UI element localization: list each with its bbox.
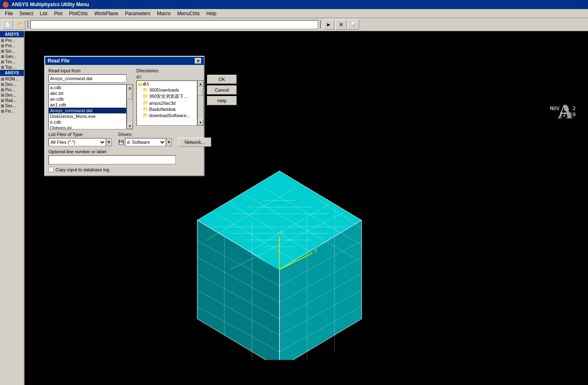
dir-downloadsoftware[interactable]: 📁 downloadSoftware...: [137, 112, 197, 118]
copy-input-label: Copy input to database log: [55, 167, 109, 172]
sidebar-item-top[interactable]: ⊞ Top...: [0, 65, 24, 70]
dir-360downloads[interactable]: 📁 360Downloads: [137, 87, 197, 93]
sidebar-item-sol[interactable]: ⊞ Sol...: [0, 48, 24, 54]
drives-select-row: 💾 d: Software ▼: [118, 138, 172, 146]
scroll-thumb[interactable]: [127, 91, 132, 99]
list-files-select[interactable]: All Files (*.*): [48, 138, 106, 146]
directories-label: Directories:: [136, 68, 204, 73]
list-files-label: List Files of Type:: [48, 132, 112, 137]
datetime-display: NOV 15 2 22:59: [550, 105, 576, 118]
file-list-wrapper: a.cdb abc.txt an.cdb an1.cdb Ansys_comma…: [48, 84, 133, 129]
drives-dropdown-btn[interactable]: ▼: [166, 138, 172, 146]
dialog-mid-col: Directories: d:\ 🖴 d:\ 📁: [136, 68, 204, 129]
list-files-section: List Files of Type: All Files (*.*) ▼: [48, 132, 112, 147]
title-bar: 🔴 ANSYS Multiphysics Utility Menu: [0, 0, 588, 9]
cancel-button[interactable]: Cancel: [207, 85, 237, 95]
menu-plotctrls[interactable]: PlotCtrls: [66, 10, 91, 17]
sidebar-label-2: ANSYS: [0, 70, 24, 76]
dir-scroll-up[interactable]: ▲: [198, 81, 203, 87]
dialog-buttons-col: OK Cancel Help: [207, 75, 237, 129]
ok-button[interactable]: OK: [207, 75, 237, 84]
dialog-bottom-row: List Files of Type: All Files (*.*) ▼ Dr…: [48, 132, 201, 147]
drives-select[interactable]: d: Software: [125, 138, 166, 146]
toolbar-separator: [28, 21, 28, 29]
read-input-label: Read input from: [48, 68, 133, 73]
menu-workplane[interactable]: WorkPlane: [91, 10, 121, 17]
sidebar-item-pre1[interactable]: ⊞ Pre...: [0, 38, 24, 43]
menu-menuctrls[interactable]: MenuCtrls: [174, 10, 203, 17]
file-item-abctxt[interactable]: abc.txt: [49, 90, 126, 96]
dir-tree-wrapper: 🖴 d:\ 📁 360Downloads 📁 360安全浏览器下...: [136, 81, 204, 126]
dir-tree[interactable]: 🖴 d:\ 📁 360Downloads 📁 360安全浏览器下...: [136, 81, 197, 126]
toolbar-input[interactable]: [30, 20, 318, 29]
optional-input[interactable]: [48, 155, 176, 164]
sidebar-item-ses[interactable]: ⊞ Ses...: [0, 103, 24, 108]
sidebar-item-des2[interactable]: ⊞ Des...: [0, 92, 24, 98]
menu-select[interactable]: Select: [16, 10, 36, 17]
menu-file[interactable]: File: [2, 10, 16, 17]
scroll-up-btn[interactable]: ▲: [127, 85, 133, 90]
dialog-body: Read input from a.cdb abc.txt an.cdb an1…: [45, 65, 204, 175]
file-item-ancdb[interactable]: an.cdb: [49, 96, 126, 102]
menu-plot[interactable]: Plot: [51, 10, 66, 17]
file-list-scrollbar[interactable]: ▲ ▼: [127, 84, 133, 129]
menu-macro[interactable]: Macro: [154, 10, 174, 17]
dir-scroll-down[interactable]: ▼: [198, 120, 203, 125]
menu-parameters[interactable]: Parameters: [122, 10, 154, 17]
file-item-diskgenius[interactable]: DiskGenius_Mono.exe: [49, 113, 126, 119]
cube-visualization: X Y: [177, 159, 382, 360]
file-item-an1cdb[interactable]: an1.cdb: [49, 102, 126, 108]
sidebar-item-rad[interactable]: ⊞ Rad...: [0, 98, 24, 103]
optional-label: Optional line number or label: [48, 149, 201, 154]
scroll-down-btn[interactable]: ▼: [127, 123, 133, 129]
sidebar-item-pro[interactable]: ⊞ Pro...: [0, 87, 24, 92]
canvas-area: A NOV 15 2 22:59 TS: [25, 31, 588, 385]
sidebar-item-fin[interactable]: ⊞ Fin...: [0, 108, 24, 114]
dir-360browser[interactable]: 📁 360安全浏览器下...: [137, 93, 197, 100]
toolbar: 📄 📂 ▶ ⊞ 📊: [0, 18, 588, 31]
main-layout: ANSYS ⊞ Pre... ⊞ Pre... ⊞ Sol... ⊞ Gen..…: [0, 31, 588, 385]
sidebar-item-tim[interactable]: ⊞ Tim...: [0, 59, 24, 65]
help-button[interactable]: Help: [207, 96, 237, 105]
menu-list[interactable]: List: [37, 10, 51, 17]
toolbar-btn-4[interactable]: ⊞: [335, 20, 347, 30]
dir-baidunetdisk[interactable]: 📁 BaiduNetdisk: [137, 106, 197, 112]
dir-root[interactable]: 🖴 d:\: [137, 81, 197, 87]
title-text: ANSYS Multiphysics Utility Menu: [12, 2, 89, 7]
dialog-close-button[interactable]: ✕: [195, 58, 201, 64]
drives-section: Drives: 💾 d: Software ▼: [118, 132, 172, 147]
checkbox-row: Copy input to database log: [48, 167, 201, 172]
file-list[interactable]: a.cdb abc.txt an.cdb an1.cdb Ansys_comma…: [48, 84, 127, 129]
sidebar-item-pre2[interactable]: ⊞ Pre...: [0, 43, 24, 48]
dialog-titlebar: Read File ✕: [45, 57, 204, 65]
date-text: NOV 15 2 22:59: [550, 105, 576, 118]
toolbar-separator-2: [320, 21, 321, 29]
copy-input-checkbox[interactable]: [48, 167, 54, 172]
list-files-dropdown-btn[interactable]: ▼: [106, 138, 112, 146]
file-item-acdb[interactable]: a.cdb: [49, 85, 126, 90]
file-item-options[interactable]: Options.ini: [49, 125, 126, 129]
file-item-ansyscmd[interactable]: Ansys_command.dat: [49, 108, 126, 113]
dir-tree-scrollbar[interactable]: ▲ ▼: [197, 81, 204, 126]
network-button[interactable]: Network...: [178, 138, 211, 147]
sidebar-item-rom[interactable]: ⊞ ROM...: [0, 76, 24, 82]
toolbar-btn-2[interactable]: 📂: [14, 20, 25, 30]
sidebar-item-gen[interactable]: ⊞ Gen...: [0, 54, 24, 59]
sidebar-item-des1[interactable]: ⊞ Des...: [0, 82, 24, 87]
dialog-top-row: Read input from a.cdb abc.txt an.cdb an1…: [48, 68, 201, 129]
toolbar-btn-1[interactable]: 📄: [2, 20, 13, 30]
menu-help[interactable]: Help: [203, 10, 220, 17]
dialog-left-col: Read input from a.cdb abc.txt an.cdb an1…: [48, 68, 133, 129]
file-item-ecdb[interactable]: e.cdb: [49, 119, 126, 125]
dir-ansys2ilac3d[interactable]: 📁 ansys2Ilac3d: [137, 100, 197, 106]
svg-text:Y: Y: [281, 229, 284, 235]
list-files-select-row: All Files (*.*) ▼: [48, 138, 112, 146]
toolbar-btn-3[interactable]: ▶: [323, 20, 334, 30]
app-icon: 🔴: [2, 2, 9, 8]
optional-section: Optional line number or label: [48, 149, 201, 164]
read-input-field[interactable]: [48, 74, 127, 83]
drives-label: Drives:: [118, 132, 172, 137]
toolbar-btn-5[interactable]: 📊: [348, 20, 359, 30]
sidebar: ANSYS ⊞ Pre... ⊞ Pre... ⊞ Sol... ⊞ Gen..…: [0, 31, 25, 385]
dir-scroll-thumb[interactable]: [198, 88, 203, 96]
